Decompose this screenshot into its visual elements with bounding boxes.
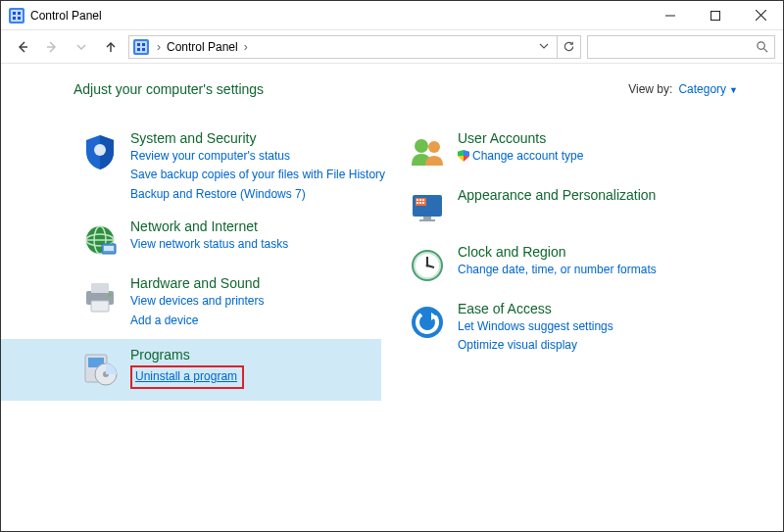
svg-rect-43 (422, 199, 424, 201)
disc-box-icon (79, 347, 121, 388)
svg-rect-42 (419, 199, 421, 201)
link-optimize-display[interactable]: Optimize visual display (458, 337, 613, 354)
svg-rect-14 (135, 41, 147, 53)
close-button[interactable] (738, 1, 783, 30)
category-appearance: Appearance and Personalization (401, 181, 695, 238)
page-heading: Adjust your computer's settings (74, 81, 264, 97)
recent-locations-button[interactable] (70, 35, 93, 59)
control-panel-icon (9, 8, 24, 24)
annotation-highlight-box: Uninstall a program (130, 365, 244, 389)
category-title[interactable]: Appearance and Personalization (458, 187, 656, 203)
breadcrumb-root[interactable]: Control Panel (167, 40, 238, 54)
svg-rect-18 (142, 48, 145, 51)
svg-rect-1 (11, 10, 23, 22)
svg-rect-15 (137, 43, 140, 46)
shield-icon (79, 130, 121, 171)
svg-line-20 (763, 48, 767, 52)
svg-point-37 (428, 141, 440, 153)
navbar: › Control Panel › (1, 30, 783, 64)
category-network: Network and Internet View network status… (74, 213, 387, 269)
refresh-button[interactable] (558, 35, 581, 59)
svg-rect-5 (18, 17, 21, 20)
category-user-accounts: User Accounts Change account type (401, 124, 695, 181)
link-backup-restore[interactable]: Backup and Restore (Windows 7) (130, 186, 385, 203)
svg-point-19 (758, 42, 764, 49)
search-icon (756, 40, 768, 53)
maximize-button[interactable] (693, 1, 738, 30)
svg-rect-30 (91, 301, 109, 312)
search-input[interactable] (587, 35, 775, 59)
ease-of-access-icon (407, 301, 448, 342)
back-button[interactable] (11, 35, 34, 59)
svg-rect-4 (13, 17, 16, 20)
category-ease-of-access: Ease of Access Let Windows suggest setti… (401, 295, 695, 364)
svg-rect-17 (137, 48, 140, 51)
printer-icon (79, 275, 121, 316)
left-column: System and Security Review your computer… (74, 124, 387, 401)
link-change-account-type[interactable]: Change account type (458, 148, 583, 165)
svg-rect-41 (416, 199, 418, 201)
address-bar[interactable]: › Control Panel › (128, 35, 558, 59)
window-title: Control Panel (30, 9, 102, 23)
svg-rect-45 (419, 202, 421, 204)
svg-rect-3 (18, 12, 21, 15)
address-dropdown-icon[interactable] (535, 40, 553, 54)
address-control-panel-icon (133, 39, 149, 55)
svg-rect-7 (711, 11, 720, 20)
network-globe-icon (79, 218, 121, 260)
svg-rect-48 (419, 219, 435, 221)
svg-rect-27 (104, 246, 114, 251)
appearance-monitor-icon (407, 187, 448, 228)
category-clock-region: Clock and Region Change date, time, or n… (401, 238, 695, 295)
svg-point-21 (94, 144, 106, 156)
up-button[interactable] (99, 35, 122, 59)
category-title[interactable]: Hardware and Sound (130, 275, 265, 291)
svg-point-36 (415, 139, 428, 153)
svg-rect-44 (416, 202, 418, 204)
svg-point-53 (426, 265, 429, 267)
link-network-status[interactable]: View network status and tasks (130, 236, 288, 253)
minimize-button[interactable] (648, 1, 693, 30)
link-review-status[interactable]: Review your computer's status (130, 148, 385, 165)
viewby-label: View by: (628, 82, 672, 96)
svg-rect-47 (423, 217, 431, 219)
breadcrumb-separator[interactable]: › (153, 40, 165, 54)
category-title[interactable]: System and Security (130, 130, 385, 146)
category-system-security: System and Security Review your computer… (74, 124, 387, 213)
svg-point-31 (109, 294, 112, 297)
titlebar: Control Panel (1, 1, 783, 30)
category-title[interactable]: Ease of Access (458, 301, 613, 316)
link-add-device[interactable]: Add a device (130, 313, 265, 329)
clock-icon (407, 244, 448, 285)
svg-rect-46 (422, 202, 424, 204)
user-accounts-icon (407, 130, 448, 171)
content-area: Adjust your computer's settings View by:… (1, 64, 783, 401)
category-title[interactable]: User Accounts (458, 130, 583, 146)
category-title[interactable]: Network and Internet (130, 218, 288, 234)
link-uninstall-program[interactable]: Uninstall a program (135, 369, 237, 383)
svg-rect-16 (142, 43, 145, 46)
category-title[interactable]: Programs (130, 347, 244, 363)
forward-button[interactable] (40, 35, 64, 59)
category-title[interactable]: Clock and Region (458, 244, 657, 260)
svg-rect-2 (13, 12, 16, 15)
link-file-history[interactable]: Save backup copies of your files with Fi… (130, 167, 385, 183)
svg-rect-29 (91, 283, 109, 293)
category-programs: Programs Uninstall a program (1, 339, 381, 401)
viewby-dropdown[interactable]: Category▼ (678, 82, 738, 96)
right-column: User Accounts Change account type Appear… (401, 124, 695, 401)
link-suggest-settings[interactable]: Let Windows suggest settings (458, 318, 613, 335)
category-hardware: Hardware and Sound View devices and prin… (74, 269, 387, 339)
breadcrumb-separator[interactable]: › (240, 40, 252, 54)
link-devices-printers[interactable]: View devices and printers (130, 293, 265, 310)
link-date-time-formats[interactable]: Change date, time, or number formats (458, 262, 657, 278)
